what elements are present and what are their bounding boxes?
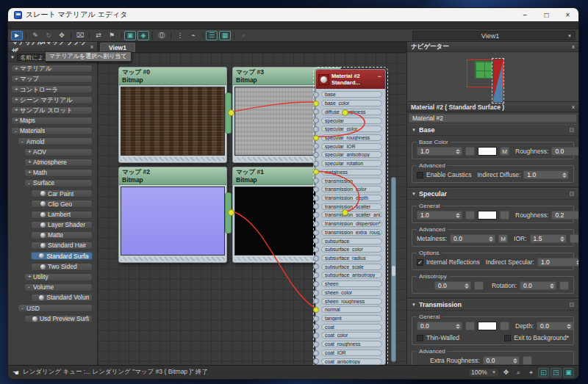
tree-item[interactable]: Standard Surface xyxy=(31,252,93,260)
depth-spinner[interactable]: 0.0 xyxy=(537,322,573,330)
socket-dot[interactable] xyxy=(313,324,319,330)
tree-item[interactable]: + マテリアル xyxy=(11,65,93,73)
material-input-socket[interactable]: specular xyxy=(316,116,385,125)
expand-toggle[interactable]: + xyxy=(28,149,33,155)
socket-dot[interactable] xyxy=(313,358,319,364)
statusbar-button[interactable]: ⌖ xyxy=(526,368,537,377)
material-input-socket[interactable]: specular_rotation xyxy=(316,159,385,168)
tree-item[interactable]: + コントローラ xyxy=(11,85,93,93)
socket-dot[interactable] xyxy=(313,247,319,253)
material-input-socket[interactable]: coat xyxy=(316,322,385,331)
expand-toggle[interactable]: + xyxy=(15,66,20,72)
tree-item[interactable]: + サンプル スロット xyxy=(11,106,93,115)
material-input-socket[interactable]: coat_anisotropy xyxy=(316,357,385,365)
expand-toggle[interactable]: + xyxy=(15,107,20,113)
expand-toggle[interactable]: + xyxy=(15,87,20,93)
section-header-specular[interactable]: ▼ Specular xyxy=(407,188,578,200)
material-input-socket[interactable]: coat_IOR xyxy=(316,349,385,358)
socket-dot[interactable] xyxy=(313,341,319,347)
material-input-socket[interactable]: specular_IOR xyxy=(316,142,385,151)
output-socket-dot[interactable] xyxy=(228,109,234,116)
socket-dot[interactable] xyxy=(313,350,319,356)
socket-dot[interactable] xyxy=(313,186,319,192)
tree-item[interactable]: - Arnold xyxy=(18,137,93,145)
tree-item[interactable]: Clip Geo xyxy=(31,200,93,208)
statusbar-button[interactable]: ▣ xyxy=(563,368,574,377)
material-input-socket[interactable]: subsurface_anisotropy xyxy=(316,271,385,280)
material-input-socket[interactable]: transmission_scatter xyxy=(316,202,385,211)
socket-dot[interactable] xyxy=(313,203,319,209)
material-node-header[interactable]: Material #2 Standard... − xyxy=(316,70,385,89)
material-input-socket[interactable]: base_color xyxy=(316,99,385,108)
browser-close-icon[interactable]: x xyxy=(90,43,93,50)
section-header-transmission[interactable]: ▼ Transmission xyxy=(407,299,578,311)
tree-item[interactable]: Standard Hair xyxy=(31,242,93,250)
expand-toggle[interactable]: - xyxy=(28,181,33,186)
material-input-socket[interactable]: specular_anisotropy xyxy=(316,151,385,159)
spinner-arrows-icon[interactable] xyxy=(465,283,469,289)
material-name-field[interactable]: Material #2 xyxy=(409,114,577,123)
toolbar-button[interactable]: ⇄ xyxy=(93,31,104,40)
spinner-arrows-icon[interactable] xyxy=(550,283,554,289)
collapse-node-button[interactable]: − xyxy=(378,73,383,86)
material-input-socket[interactable]: transmission_scatter_ani... xyxy=(316,211,385,220)
output-socket-dot[interactable] xyxy=(342,209,348,216)
socket-dot[interactable] xyxy=(313,92,319,98)
socket-dot[interactable] xyxy=(313,298,319,304)
metalness-spinner[interactable]: 0.0 xyxy=(450,234,495,243)
ior-spinner[interactable]: 1.5 xyxy=(530,234,567,243)
zoom-level-dropdown[interactable]: 100% ▼ xyxy=(468,368,499,377)
map-node-2[interactable]: マップ #2 Bitmap xyxy=(118,167,227,263)
toolbar-button[interactable]: ✥ xyxy=(56,31,68,40)
maximize-button[interactable]: □ xyxy=(536,8,557,21)
node-scrollbar[interactable] xyxy=(391,177,396,362)
tree-item[interactable]: + シーン マテリアル xyxy=(11,96,93,104)
minimize-button[interactable]: − xyxy=(514,8,536,21)
toolbar-button[interactable]: Ⓞ xyxy=(156,31,168,40)
map-node-header[interactable]: マップ #2 Bitmap xyxy=(119,167,226,185)
specular-color-map-button[interactable] xyxy=(500,211,509,220)
tree-item[interactable]: - Volume xyxy=(24,283,93,291)
socket-dot[interactable] xyxy=(313,117,319,123)
extra-roughness-spinner[interactable]: 0.0 xyxy=(483,356,520,365)
material-input-socket[interactable]: specular_roughness xyxy=(316,134,385,142)
socket-dot[interactable] xyxy=(313,152,319,158)
socket-dot[interactable] xyxy=(313,230,319,236)
internal-reflections-checkbox[interactable] xyxy=(417,259,423,266)
base-weight-map-button[interactable] xyxy=(465,147,475,156)
map-node-0[interactable]: マップ #0 Bitmap xyxy=(118,67,227,163)
exit-to-background-checkbox[interactable] xyxy=(504,335,511,341)
socket-dot[interactable] xyxy=(313,238,319,244)
material-input-socket[interactable]: normal xyxy=(316,305,385,314)
navigator-close-icon[interactable]: x xyxy=(572,43,575,50)
socket-dot[interactable] xyxy=(313,272,319,278)
socket-dot[interactable] xyxy=(313,316,319,322)
socket-dot[interactable] xyxy=(313,195,319,201)
material-node[interactable]: Material #2 Standard... − base xyxy=(315,69,386,365)
enable-caustics-checkbox[interactable] xyxy=(417,172,423,178)
socket-dot[interactable] xyxy=(313,135,319,141)
spinner-arrows-icon[interactable] xyxy=(562,173,567,178)
thin-walled-checkbox[interactable] xyxy=(417,335,423,341)
socket-dot[interactable] xyxy=(313,126,319,132)
expand-toggle[interactable]: - xyxy=(21,139,26,145)
socket-dot[interactable] xyxy=(313,221,319,227)
spinner-arrows-icon[interactable] xyxy=(567,324,571,329)
spinner-arrows-icon[interactable] xyxy=(456,149,460,154)
socket-dot[interactable] xyxy=(313,256,319,261)
toolbar-button[interactable]: ✎ xyxy=(29,31,41,40)
specular-weight-spinner[interactable]: 1.0 xyxy=(417,211,462,220)
transmission-weight-spinner[interactable]: 0.0 xyxy=(417,322,462,330)
toolbar-button[interactable]: ⌧ xyxy=(74,31,86,40)
navigator-minimap[interactable] xyxy=(407,52,578,102)
tree-item[interactable]: Matte xyxy=(31,231,93,239)
material-input-socket[interactable]: transmission_dispersion* xyxy=(316,220,385,228)
parameter-panel-header[interactable]: Material #2 ( Standard Surface ) x xyxy=(407,102,578,112)
material-input-socket[interactable]: sheen xyxy=(316,280,385,289)
material-input-socket[interactable]: subsurface_color xyxy=(316,245,385,254)
specular-roughness-spinner[interactable]: 0.2 xyxy=(551,211,578,220)
extra-roughness-map-button[interactable] xyxy=(523,356,532,365)
toolbar-button[interactable]: ▦ xyxy=(219,31,231,40)
indirect-specular-spinner[interactable]: 1.0 xyxy=(537,258,578,267)
material-input-socket[interactable]: base xyxy=(316,90,385,99)
